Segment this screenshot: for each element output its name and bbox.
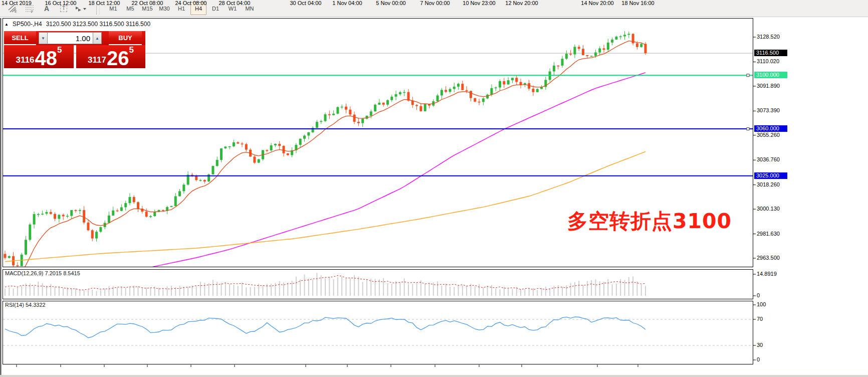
sell-price-pips: 48	[35, 50, 57, 67]
sell-button[interactable]: SELL	[4, 31, 36, 45]
buy-price-handle: 3117	[88, 55, 106, 65]
volume-increase-button[interactable]: ▲	[93, 32, 102, 44]
sell-price-display[interactable]: 3116 48 5	[4, 45, 74, 68]
ma-mid-line	[5, 73, 645, 310]
volume-decrease-button[interactable]: ▼	[39, 32, 48, 44]
ma-slow-line	[5, 152, 645, 262]
panel-frame	[3, 270, 753, 299]
sell-price-point: 5	[57, 45, 62, 55]
macd-layer	[5, 273, 645, 296]
line-anchor-handle	[747, 74, 749, 77]
trade-panel-price-row: 3116 48 5 3117 26 5	[4, 45, 145, 68]
line-anchor-handle	[747, 128, 749, 130]
main-chart-layer	[3, 31, 753, 310]
rsi-line	[5, 317, 645, 338]
sell-price-handle: 3116	[16, 55, 35, 65]
buy-price-display[interactable]: 3117 26 5	[76, 45, 145, 68]
buy-price-pips: 26	[107, 50, 129, 67]
buy-button[interactable]: BUY	[109, 31, 142, 45]
volume-input[interactable]	[48, 32, 93, 44]
panel-frame	[3, 301, 753, 364]
buy-price-point: 5	[129, 45, 133, 55]
bottom-scroll-strip[interactable]	[0, 375, 868, 377]
one-click-trading-panel: SELL ▼▲ BUY 3116 48 5 3117 26 5	[4, 31, 145, 68]
trade-panel-top-row: SELL ▼▲ BUY	[4, 31, 145, 45]
rsi-layer	[3, 317, 753, 345]
